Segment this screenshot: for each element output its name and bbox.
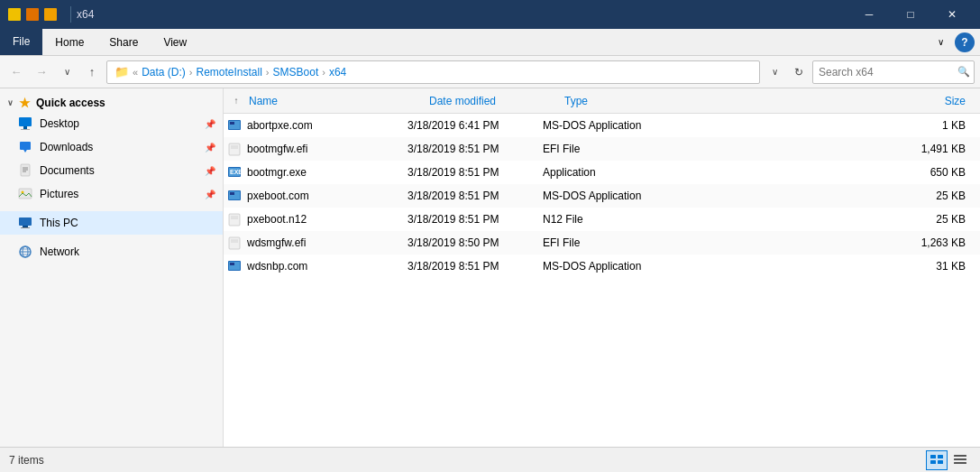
dropdown-arrow-button[interactable]: ∨ bbox=[764, 61, 785, 83]
dropdown-nav-button[interactable]: ∨ bbox=[56, 61, 78, 83]
list-view-button[interactable] bbox=[949, 450, 971, 470]
chevron-2: › bbox=[266, 67, 270, 78]
forward-button[interactable]: → bbox=[31, 61, 52, 83]
svg-rect-39 bbox=[230, 263, 234, 265]
column-header-row: ↑ Name Date modified Type Size bbox=[224, 88, 980, 114]
col-header-date[interactable]: Date modified bbox=[426, 95, 561, 107]
address-path[interactable]: 📁 « Data (D:) › RemoteInstall › SMSBoot … bbox=[106, 60, 760, 84]
app-icon-3 bbox=[43, 7, 58, 22]
pictures-icon bbox=[18, 187, 32, 201]
sidebar-item-network[interactable]: Network bbox=[0, 240, 223, 264]
svg-text:EXE: EXE bbox=[230, 169, 242, 175]
chevron-3: › bbox=[322, 67, 325, 78]
file-size-cell: 31 KB bbox=[705, 260, 976, 273]
file-type-cell: EFI File bbox=[543, 236, 705, 249]
restore-button[interactable]: □ bbox=[890, 0, 931, 29]
file-date-cell: 3/18/2019 8:51 PM bbox=[408, 190, 543, 202]
file-icon bbox=[227, 236, 242, 250]
path-part-3[interactable]: x64 bbox=[329, 66, 346, 79]
path-folder-icon: 📁 bbox=[114, 65, 129, 79]
path-part-1[interactable]: RemoteInstall bbox=[196, 66, 261, 79]
svg-rect-42 bbox=[930, 460, 936, 464]
sidebar-item-desktop[interactable]: Desktop 📌 bbox=[0, 112, 223, 135]
menu-bar-right: ∨ ? bbox=[930, 29, 980, 55]
close-button[interactable]: ✕ bbox=[931, 0, 973, 29]
svg-rect-22 bbox=[229, 143, 240, 155]
col-header-name[interactable]: Name bbox=[245, 95, 426, 107]
svg-rect-0 bbox=[19, 117, 32, 126]
search-input[interactable] bbox=[819, 66, 954, 79]
table-row[interactable]: EXE bootmgr.exe 3/18/2019 8:51 PM Applic… bbox=[224, 161, 980, 184]
file-type-cell: EFI File bbox=[543, 143, 705, 155]
table-row[interactable]: pxeboot.com 3/18/2019 8:51 PM MS-DOS App… bbox=[224, 184, 980, 208]
file-size-cell: 25 KB bbox=[705, 190, 976, 202]
title-bar-icons bbox=[7, 7, 58, 22]
details-view-button[interactable] bbox=[926, 450, 948, 470]
sidebar: ∨ ★ Quick access Desktop 📌 Downloads 📌 D… bbox=[0, 88, 224, 447]
documents-icon bbox=[18, 163, 32, 178]
sort-arrow: ↑ bbox=[227, 96, 245, 106]
address-bar: ← → ∨ ↑ 📁 « Data (D:) › RemoteInstall › … bbox=[0, 56, 980, 88]
menu-home[interactable]: Home bbox=[42, 29, 96, 55]
menu-file[interactable]: File bbox=[0, 29, 42, 55]
status-bar: 7 items bbox=[0, 447, 980, 472]
file-date-cell: 3/18/2019 8:50 PM bbox=[408, 236, 543, 249]
sidebar-downloads-label: Downloads bbox=[40, 141, 93, 153]
table-row[interactable]: wdsmgfw.efi 3/18/2019 8:50 PM EFI File 1… bbox=[224, 231, 980, 255]
sidebar-quick-access-header[interactable]: ∨ ★ Quick access bbox=[0, 92, 223, 112]
file-type-cell: MS-DOS Application bbox=[543, 260, 705, 273]
file-name-cell: wdsmgfw.efi bbox=[227, 236, 408, 250]
window-controls: ─ □ ✕ bbox=[848, 0, 973, 29]
sidebar-item-downloads[interactable]: Downloads 📌 bbox=[0, 135, 223, 159]
svg-rect-2 bbox=[21, 129, 30, 130]
path-part-2[interactable]: SMSBoot bbox=[273, 66, 319, 79]
file-name: bootmgfw.efi bbox=[247, 143, 307, 155]
file-name-cell: pxeboot.n12 bbox=[227, 212, 408, 227]
table-row[interactable]: wdsnbp.com 3/18/2019 8:51 PM MS-DOS Appl… bbox=[224, 255, 980, 278]
path-part-0[interactable]: Data (D:) bbox=[142, 66, 186, 79]
menu-share[interactable]: Share bbox=[96, 29, 151, 55]
col-header-type[interactable]: Type bbox=[561, 95, 723, 107]
svg-rect-30 bbox=[230, 192, 234, 195]
menu-bar: File Home Share View ∨ ? bbox=[0, 29, 980, 56]
menu-expand-chevron[interactable]: ∨ bbox=[930, 32, 951, 53]
downloads-pin-icon: 📌 bbox=[205, 143, 215, 153]
title-bar: x64 ─ □ ✕ bbox=[0, 0, 980, 29]
file-pane: ↑ Name Date modified Type Size abortpxe.… bbox=[224, 88, 980, 447]
table-row[interactable]: abortpxe.com 3/18/2019 6:41 PM MS-DOS Ap… bbox=[224, 114, 980, 137]
search-box[interactable]: 🔍 bbox=[812, 60, 975, 84]
sidebar-desktop-label: Desktop bbox=[40, 117, 79, 130]
file-icon: EXE bbox=[227, 165, 242, 180]
window-title: x64 bbox=[77, 8, 848, 21]
sidebar-network-label: Network bbox=[40, 245, 79, 258]
file-icon bbox=[227, 259, 242, 273]
file-name: bootmgr.exe bbox=[247, 166, 307, 179]
file-date-cell: 3/18/2019 8:51 PM bbox=[408, 166, 543, 179]
col-header-size[interactable]: Size bbox=[723, 95, 976, 107]
minimize-button[interactable]: ─ bbox=[848, 0, 890, 29]
sidebar-item-documents[interactable]: Documents 📌 bbox=[0, 159, 223, 182]
file-size-cell: 650 KB bbox=[705, 166, 976, 179]
help-button[interactable]: ? bbox=[955, 32, 975, 52]
sidebar-item-pictures[interactable]: Pictures 📌 bbox=[0, 182, 223, 206]
file-name-cell: bootmgfw.efi bbox=[227, 142, 408, 156]
table-row[interactable]: pxeboot.n12 3/18/2019 8:51 PM N12 File 2… bbox=[224, 208, 980, 231]
file-date-cell: 3/18/2019 6:41 PM bbox=[408, 119, 543, 132]
sidebar-item-this-pc[interactable]: This PC bbox=[0, 211, 223, 235]
desktop-pin-icon: 📌 bbox=[205, 119, 215, 129]
table-row[interactable]: bootmgfw.efi 3/18/2019 8:51 PM EFI File … bbox=[224, 137, 980, 161]
search-icon: 🔍 bbox=[957, 66, 970, 78]
sidebar-documents-label: Documents bbox=[40, 164, 95, 177]
file-size-cell: 1 KB bbox=[705, 119, 976, 132]
file-type-cell: N12 File bbox=[543, 213, 705, 226]
quick-access-label: Quick access bbox=[36, 97, 105, 109]
menu-view[interactable]: View bbox=[151, 29, 199, 55]
refresh-button[interactable]: ↻ bbox=[789, 62, 809, 82]
svg-rect-21 bbox=[230, 122, 234, 125]
app-icon-2 bbox=[25, 7, 40, 22]
svg-rect-46 bbox=[954, 462, 966, 464]
up-button[interactable]: ↑ bbox=[81, 61, 103, 83]
file-date-cell: 3/18/2019 8:51 PM bbox=[408, 260, 543, 273]
back-button[interactable]: ← bbox=[5, 61, 27, 83]
file-name: pxeboot.n12 bbox=[247, 213, 307, 226]
